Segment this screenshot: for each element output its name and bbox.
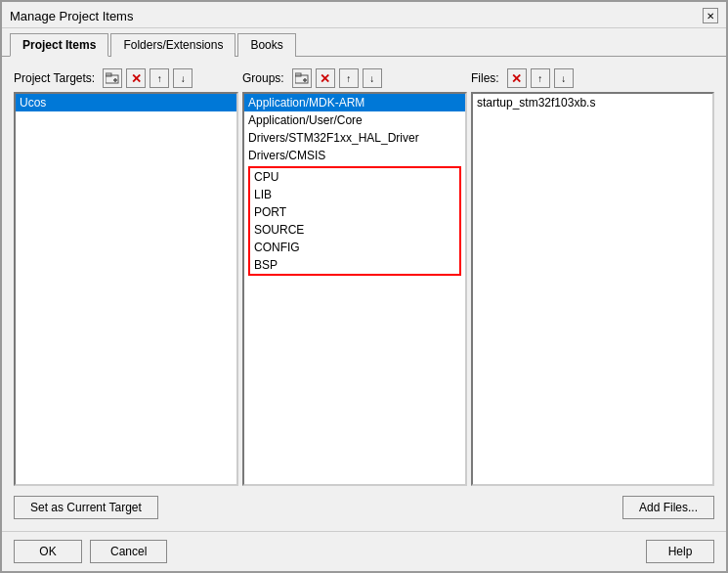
- up-icon: ↑: [346, 73, 351, 84]
- targets-new-btn[interactable]: [103, 68, 122, 88]
- new-folder-icon: [295, 72, 309, 84]
- files-listbox[interactable]: startup_stm32f103xb.s: [471, 92, 714, 486]
- list-item[interactable]: SOURCE: [250, 221, 459, 239]
- add-files-button[interactable]: Add Files...: [622, 496, 714, 519]
- tab-project-items[interactable]: Project Items: [10, 33, 108, 57]
- delete-icon: ✕: [320, 71, 330, 86]
- files-up-btn[interactable]: ↑: [531, 68, 550, 88]
- groups-panel: Groups: ✕ ↑: [242, 68, 467, 486]
- new-folder-icon: [106, 72, 119, 84]
- panels-row: Project Targets: ✕ ↑: [14, 68, 714, 486]
- groups-delete-btn[interactable]: ✕: [316, 68, 335, 88]
- groups-title: Groups:: [242, 71, 284, 85]
- list-item[interactable]: PORT: [250, 203, 459, 221]
- main-content: Project Targets: ✕ ↑: [2, 57, 726, 531]
- list-item[interactable]: Ucos: [16, 94, 236, 111]
- targets-header: Project Targets: ✕ ↑: [14, 68, 238, 88]
- project-targets-panel: Project Targets: ✕ ↑: [14, 68, 238, 486]
- tab-folders-extensions[interactable]: Folders/Extensions: [110, 33, 236, 57]
- list-item[interactable]: CONFIG: [250, 239, 459, 256]
- targets-delete-btn[interactable]: ✕: [126, 68, 146, 88]
- targets-listbox[interactable]: Ucos: [14, 92, 238, 486]
- red-box-highlight: CPU LIB PORT SOURCE CONFIG: [248, 166, 461, 276]
- down-icon: ↓: [181, 73, 186, 84]
- delete-icon: ✕: [511, 71, 522, 86]
- list-item[interactable]: LIB: [250, 186, 459, 203]
- list-item[interactable]: startup_stm32f103xb.s: [473, 94, 712, 111]
- list-item[interactable]: Drivers/STM32F1xx_HAL_Driver: [244, 129, 465, 147]
- tab-books[interactable]: Books: [237, 33, 295, 57]
- groups-listbox[interactable]: Application/MDK-ARM Application/User/Cor…: [242, 92, 467, 486]
- set-target-button[interactable]: Set as Current Target: [14, 496, 158, 519]
- list-item[interactable]: Application/User/Core: [244, 111, 465, 129]
- action-buttons-row: Set as Current Target Add Files...: [14, 496, 714, 519]
- tabs-bar: Project Items Folders/Extensions Books: [2, 28, 726, 57]
- ok-button[interactable]: OK: [14, 540, 82, 563]
- files-down-btn[interactable]: ↓: [554, 68, 574, 88]
- help-button[interactable]: Help: [646, 540, 714, 563]
- groups-header: Groups: ✕ ↑: [242, 68, 467, 88]
- up-icon: ↑: [157, 73, 162, 84]
- groups-down-btn[interactable]: ↓: [363, 68, 382, 88]
- targets-up-btn[interactable]: ↑: [150, 68, 169, 88]
- list-item[interactable]: Application/MDK-ARM: [244, 94, 465, 111]
- list-item[interactable]: Drivers/CMSIS: [244, 147, 465, 164]
- list-item[interactable]: CPU: [250, 168, 459, 186]
- cancel-button[interactable]: Cancel: [90, 540, 167, 563]
- targets-title: Project Targets:: [14, 71, 95, 85]
- list-item[interactable]: BSP: [250, 256, 459, 274]
- dialog-title: Manage Project Items: [10, 9, 133, 23]
- groups-new-btn[interactable]: [292, 68, 312, 88]
- close-button[interactable]: ✕: [703, 8, 718, 23]
- delete-icon: ✕: [131, 71, 142, 86]
- files-title: Files:: [471, 71, 499, 85]
- groups-up-btn[interactable]: ↑: [339, 68, 359, 88]
- files-panel: Files: ✕ ↑ ↓ startup_stm32f103xb.s: [471, 68, 714, 486]
- bottom-buttons: OK Cancel Help: [2, 531, 726, 571]
- files-delete-btn[interactable]: ✕: [507, 68, 527, 88]
- down-icon: ↓: [369, 73, 374, 84]
- dialog: Manage Project Items ✕ Project Items Fol…: [0, 0, 728, 573]
- up-icon: ↑: [537, 73, 542, 84]
- title-bar: Manage Project Items ✕: [2, 2, 726, 28]
- down-icon: ↓: [561, 73, 566, 84]
- files-header: Files: ✕ ↑ ↓: [471, 68, 714, 88]
- targets-down-btn[interactable]: ↓: [173, 68, 193, 88]
